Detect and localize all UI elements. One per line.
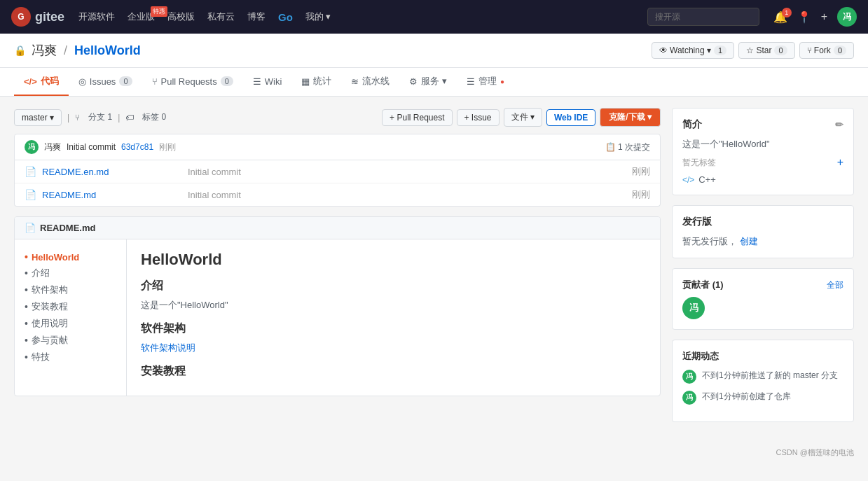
tag-count: 🏷 标签 0 [125, 111, 166, 123]
file-list: 📄 README.en.md Initial commit 刚刚 📄 READM… [14, 160, 661, 207]
clone-button[interactable]: 克隆/下载 ▾ [600, 108, 661, 127]
tab-services[interactable]: ⚙ 服务 ▾ [399, 68, 457, 96]
tab-issues[interactable]: ◎ Issues 0 [69, 69, 142, 95]
location-icon[interactable]: 📍 [797, 11, 811, 24]
intro-title: 简介 ✏ [682, 118, 843, 131]
toc-item-5[interactable]: 参与贡献 [25, 332, 116, 349]
activity-avatar-1: 冯 [682, 391, 696, 405]
commit-time: 刚刚 [159, 141, 176, 153]
tag-icon: 🏷 [125, 113, 134, 123]
add-icon[interactable]: + [821, 11, 827, 23]
readme-header-icon: 📄 [25, 223, 36, 233]
tab-stats[interactable]: ▦ 统计 [291, 68, 341, 96]
readme-content: HelloWorld 介绍 这是一个"HelloWorld" 软件架构 软件架构… [127, 239, 660, 396]
readme-h2-1: 软件架构 [141, 321, 646, 336]
activity-text-1: 不到1分钟前创建了仓库 [702, 391, 791, 403]
tab-wiki-icon: ☰ [253, 76, 261, 87]
commit-author-name[interactable]: 冯爽 [44, 141, 61, 153]
file-name-1[interactable]: README.md [42, 190, 182, 200]
add-tag-icon[interactable]: + [837, 156, 843, 169]
release-title: 发行版 [682, 216, 843, 228]
nav-private-cloud[interactable]: 私有云 [207, 11, 235, 23]
branch-bar: master ▾ | ⑂ 分支 1 | 🏷 标签 0 + Pull Reques… [14, 108, 661, 127]
nav-university[interactable]: 高校版 [167, 11, 195, 23]
star-label: ☆ Star [746, 46, 771, 55]
content-left: master ▾ | ⑂ 分支 1 | 🏷 标签 0 + Pull Reques… [14, 108, 661, 432]
file-commit-msg-1: Initial commit [188, 190, 626, 200]
release-text: 暂无发行版， 创建 [682, 235, 843, 248]
repo-owner[interactable]: 冯爽 [32, 42, 57, 59]
readme-link-0[interactable]: 软件架构说明 [141, 342, 195, 353]
activity-avatar-0: 冯 [682, 370, 696, 384]
nav-blog[interactable]: 博客 [247, 11, 266, 23]
toc-item-1[interactable]: 介绍 [25, 265, 116, 281]
toc-item-6[interactable]: 特技 [25, 349, 116, 365]
contributors-all-link[interactable]: 全部 [827, 279, 843, 291]
file-commit-msg-0: Initial commit [188, 167, 626, 177]
tab-stats-icon: ▦ [301, 76, 310, 87]
logo-icon: G [11, 7, 31, 27]
activity-item-0: 冯 不到1分钟前推送了新的 master 分支 [682, 370, 843, 384]
nav-enterprise[interactable]: 企业版 特惠 [128, 11, 155, 23]
fork-count: 0 [834, 46, 846, 55]
tab-issues-label: Issues [90, 76, 116, 87]
intro-edit-icon[interactable]: ✏ [835, 119, 843, 130]
search-input[interactable] [647, 8, 759, 26]
fork-button[interactable]: ⑂ Fork 0 [799, 42, 854, 59]
readme-title: HelloWorld [141, 251, 646, 269]
branch-actions: + Pull Request + Issue 文件 ▾ Web IDE 克隆/下… [382, 108, 661, 127]
file-time-1: 刚刚 [632, 188, 650, 201]
commit-row: 冯 冯爽 Initial commit 63d7c81 刚刚 📋 1 次提交 [14, 134, 661, 160]
clone-label: 克隆/下载 ▾ [609, 111, 652, 123]
tab-services-label: 服务 ▾ [421, 75, 447, 88]
readme-toc: HelloWorld 介绍 软件架构 安装教程 使用说明 参与贡献 特技 [15, 239, 127, 396]
branch-count: ⑂ 分支 1 [75, 111, 112, 123]
nav-links: 开源软件 企业版 特惠 高校版 私有云 博客 Go 我的 ▾ [78, 11, 633, 23]
intro-lang: </> C++ [682, 174, 843, 185]
watermark: CSDN @榴莲味的电池 [0, 443, 868, 462]
main-container: master ▾ | ⑂ 分支 1 | 🏷 标签 0 + Pull Reques… [0, 97, 868, 443]
nav-opensource[interactable]: 开源软件 [78, 11, 115, 23]
file-row: 📄 README.md Initial commit 刚刚 [15, 183, 660, 206]
toc-item-2[interactable]: 软件架构 [25, 281, 116, 298]
watch-count: 1 [714, 46, 726, 55]
tab-manage[interactable]: ☰ 管理 ● [457, 68, 514, 96]
pull-request-button[interactable]: + Pull Request [382, 109, 452, 126]
sidebar-contributors-card: 贡献者 (1) 全部 冯 [672, 268, 854, 330]
branch-selector[interactable]: master ▾ [14, 109, 62, 126]
tab-stats-label: 统计 [313, 75, 331, 88]
tab-code[interactable]: </> 代码 [14, 68, 69, 96]
file-name-0[interactable]: README.en.md [42, 167, 182, 177]
branch-label: master ▾ [22, 113, 54, 123]
toc-item-3[interactable]: 安装教程 [25, 298, 116, 315]
release-create-link[interactable]: 创建 [740, 236, 758, 246]
logo[interactable]: G gitee [11, 7, 64, 27]
tab-code-icon: </> [24, 76, 37, 87]
readme-body: HelloWorld 介绍 软件架构 安装教程 使用说明 参与贡献 特技 Hel… [15, 239, 660, 396]
tab-pullrequest[interactable]: ⑂ Pull Requests 0 [142, 69, 243, 95]
tab-wiki[interactable]: ☰ Wiki [243, 69, 292, 95]
nav-icons: 🔔 1 📍 + 冯 [773, 7, 857, 27]
issue-button[interactable]: + Issue [457, 109, 500, 126]
watch-button[interactable]: 👁 Watching ▾ 1 [652, 42, 734, 59]
commit-author-avatar[interactable]: 冯 [25, 140, 39, 154]
user-avatar[interactable]: 冯 [837, 7, 857, 27]
repo-name[interactable]: HelloWorld [74, 43, 141, 58]
notification-bell[interactable]: 🔔 1 [773, 11, 787, 24]
toc-item-4[interactable]: 使用说明 [25, 315, 116, 332]
readme-section: 📄 README.md HelloWorld 介绍 软件架构 安装教程 使用说明… [14, 216, 661, 396]
file-time-0: 刚刚 [632, 165, 650, 178]
tab-pr-badge: 0 [221, 76, 233, 86]
tab-pipeline[interactable]: ≋ 流水线 [341, 68, 399, 96]
contributor-avatar-0[interactable]: 冯 [682, 297, 705, 319]
branch-sep: | [67, 113, 69, 123]
logo-text: gitee [35, 10, 64, 25]
file-icon-1: 📄 [25, 189, 36, 200]
toc-item-0[interactable]: HelloWorld [25, 249, 116, 265]
nav-mine[interactable]: 我的 ▾ [305, 11, 331, 23]
nav-go[interactable]: Go [278, 11, 293, 23]
star-button[interactable]: ☆ Star 0 [738, 42, 794, 59]
file-button[interactable]: 文件 ▾ [504, 108, 542, 127]
webide-button[interactable]: Web IDE [546, 109, 595, 126]
commit-hash[interactable]: 63d7c81 [121, 142, 153, 152]
